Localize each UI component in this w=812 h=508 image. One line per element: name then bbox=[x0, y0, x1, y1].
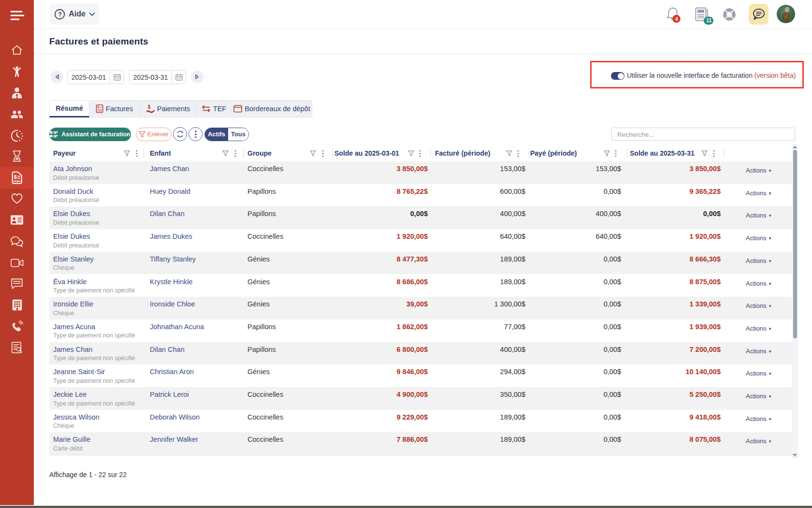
svg-text:?: ? bbox=[58, 11, 62, 17]
svg-text:4: 4 bbox=[675, 16, 678, 22]
svg-text:$: $ bbox=[97, 105, 99, 109]
svg-text:$: $ bbox=[148, 104, 151, 110]
svg-text:$: $ bbox=[14, 174, 17, 180]
svg-text:11: 11 bbox=[706, 17, 711, 23]
